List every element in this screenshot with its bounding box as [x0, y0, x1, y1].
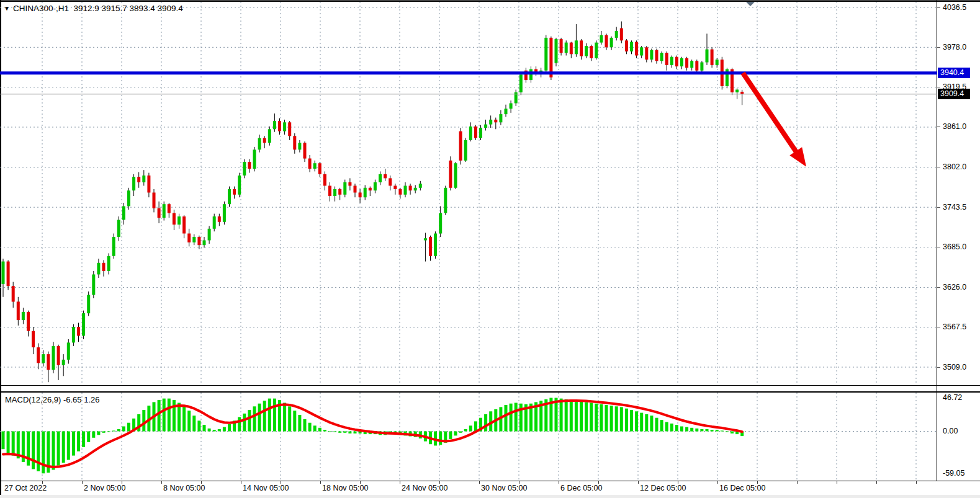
candle-body	[253, 149, 256, 169]
candle-body	[37, 347, 40, 363]
macd-histogram-bar	[605, 405, 608, 432]
chart-title: ▼CHINA300-,H1 3912.9 3915.7 3893.4 3909.…	[4, 4, 183, 13]
candle-body	[409, 186, 412, 191]
candle-body	[449, 161, 452, 188]
macd-histogram-bar	[57, 432, 60, 466]
candle-body	[680, 58, 683, 66]
macd-histogram-bar	[570, 400, 573, 432]
macd-histogram-bar	[243, 414, 246, 432]
candle-body	[519, 74, 523, 92]
time-axis-tick	[638, 481, 639, 484]
price-axis-tick	[937, 47, 940, 48]
candle-body	[570, 43, 573, 55]
time-axis-tick	[479, 481, 480, 484]
candle-body	[364, 188, 367, 197]
time-axis-tick	[797, 481, 798, 484]
candle-body	[354, 186, 357, 193]
candle-body	[77, 327, 80, 336]
time-axis-tick	[439, 481, 440, 484]
candle-body	[444, 188, 447, 213]
candle-body	[238, 176, 241, 195]
candle-body	[263, 138, 266, 143]
macd-histogram-bar	[92, 432, 95, 438]
macd-histogram-bar	[515, 403, 518, 432]
price-axis-label: 3626.0	[943, 283, 966, 291]
time-axis[interactable]: 27 Oct 20222 Nov 05:008 Nov 05:0014 Nov …	[0, 481, 937, 494]
candle-body	[610, 38, 613, 47]
candle-body	[640, 47, 643, 55]
macd-histogram-bar	[27, 432, 30, 466]
last-bar-pointer-icon	[746, 2, 755, 6]
candle-body	[318, 163, 321, 174]
candle-body	[735, 90, 739, 92]
macd-histogram-bar	[253, 406, 256, 431]
candle-body	[740, 92, 744, 94]
candle-body	[283, 122, 286, 131]
macd-histogram-bar	[565, 399, 568, 432]
candle-body	[711, 50, 714, 65]
time-axis-label: 12 Dec 05:00	[640, 484, 686, 492]
time-axis-tick	[717, 481, 718, 484]
candle-body	[605, 35, 608, 48]
price-axis-label: 3685.0	[943, 242, 966, 251]
price-axis-label: 3567.5	[943, 322, 966, 331]
candle-body	[414, 188, 417, 190]
macd-panel-canvas[interactable]	[0, 393, 937, 481]
macd-histogram-bar	[67, 432, 70, 460]
macd-histogram-bar	[670, 424, 673, 432]
macd-histogram-bar	[37, 432, 40, 471]
candle-body	[47, 354, 50, 370]
candle-body	[454, 163, 457, 188]
macd-histogram-bar	[615, 406, 618, 431]
main-chart-canvas[interactable]	[0, 0, 937, 385]
price-axis-tick	[937, 247, 940, 247]
macd-histogram-bar	[263, 401, 266, 431]
macd-histogram-bar	[238, 417, 241, 432]
macd-histogram-bar	[32, 432, 35, 469]
candle-body	[323, 174, 326, 186]
candle-body	[92, 275, 95, 295]
candle-body	[389, 178, 392, 185]
macd-histogram-bar	[510, 404, 513, 432]
candle-body	[424, 238, 427, 240]
candle-body	[630, 42, 633, 51]
candle-body	[308, 159, 312, 169]
macd-histogram-bar	[655, 418, 659, 432]
macd-histogram-bar	[580, 401, 583, 431]
candle-body	[218, 216, 221, 222]
macd-histogram-bar	[323, 430, 326, 431]
macd-histogram-bar	[213, 430, 216, 431]
candle-body	[127, 190, 130, 206]
price-axis-tick	[937, 87, 940, 87]
macd-histogram-bar	[182, 406, 186, 431]
candle-body	[575, 40, 578, 54]
candle-body	[158, 208, 161, 218]
time-axis-tick	[122, 481, 122, 484]
macd-histogram-bar	[328, 432, 331, 432]
candle-body	[374, 182, 377, 190]
time-axis-label: 16 Dec 05:00	[719, 484, 765, 492]
macd-histogram-bar	[248, 410, 251, 432]
candle-body	[298, 143, 301, 149]
time-axis-label: 6 Dec 05:00	[560, 484, 602, 492]
price-axis-tick	[937, 167, 940, 167]
macd-histogram-bar	[505, 405, 508, 432]
macd-histogram-bar	[469, 425, 472, 431]
macd-histogram-bar	[288, 406, 291, 431]
candle-body	[343, 182, 346, 195]
candle-body	[665, 53, 668, 65]
candle-body	[107, 256, 110, 271]
symbol-dropdown-icon[interactable]: ▼	[4, 5, 10, 12]
macd-histogram-bar	[163, 399, 166, 432]
candle-body	[398, 189, 402, 195]
macd-histogram-bar	[7, 432, 10, 453]
candle-body	[615, 31, 618, 38]
macd-histogram-bar	[72, 432, 75, 456]
candle-body	[434, 234, 437, 256]
macd-histogram-bar	[695, 429, 698, 432]
arrow-annotation-shaft[interactable]	[743, 73, 801, 159]
candle-body	[600, 35, 603, 43]
macd-histogram-bar	[2, 432, 5, 450]
candle-body	[560, 39, 563, 53]
candle-body	[213, 216, 216, 229]
